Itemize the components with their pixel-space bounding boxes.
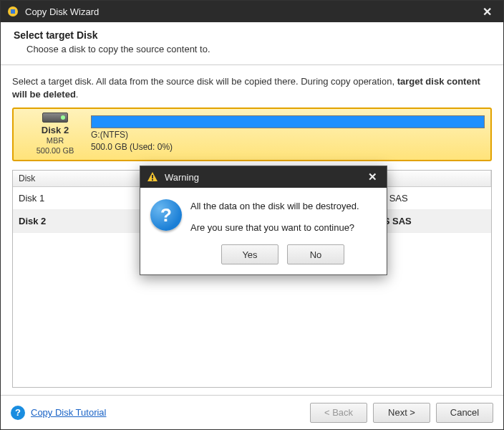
tutorial: ? Copy Disk Tutorial bbox=[11, 406, 304, 420]
warning-dialog: Warning ✕ ? All the data on the disk wil… bbox=[140, 166, 387, 275]
titlebar: Copy Disk Wizard ✕ bbox=[1, 1, 503, 22]
usage-bar bbox=[91, 115, 485, 128]
partition-label: G:(NTFS) bbox=[91, 130, 485, 140]
selected-disk-name: Disk 2 bbox=[42, 125, 69, 135]
svg-rect-1 bbox=[11, 9, 15, 14]
dialog-line1: All the data on the disk will be destroy… bbox=[190, 199, 375, 214]
selected-disk-panel: Disk 2 MBR 500.00 GB G:(NTFS) 500.0 GB (… bbox=[12, 108, 492, 161]
dialog-body: ? All the data on the disk will be destr… bbox=[140, 188, 387, 274]
col-disk[interactable]: Disk bbox=[13, 171, 142, 186]
header-section: Select target Disk Choose a disk to copy… bbox=[1, 22, 503, 65]
dialog-line2: Are you sure that you want to continue? bbox=[190, 221, 375, 235]
dialog-titlebar: Warning ✕ bbox=[140, 166, 387, 188]
usage-fill bbox=[92, 116, 484, 128]
next-button[interactable]: Next > bbox=[373, 403, 430, 423]
dialog-text: All the data on the disk will be destroy… bbox=[190, 199, 375, 264]
instruction-text: Select a target disk. All data from the … bbox=[12, 75, 492, 100]
selected-disk-size: 500.00 GB bbox=[37, 146, 74, 156]
row-disk-name: Disk 2 bbox=[13, 210, 142, 232]
svg-rect-4 bbox=[152, 179, 153, 181]
no-button[interactable]: No bbox=[287, 244, 344, 264]
dialog-title: Warning bbox=[165, 172, 364, 183]
svg-rect-3 bbox=[152, 175, 153, 178]
page-subtitle: Choose a disk to copy the source content… bbox=[26, 44, 490, 54]
selected-disk-info: Disk 2 MBR 500.00 GB bbox=[19, 113, 91, 155]
usage-text: 500.0 GB (Used: 0%) bbox=[91, 142, 485, 152]
dialog-buttons: Yes No bbox=[190, 244, 375, 264]
window-close-button[interactable]: ✕ bbox=[476, 5, 498, 19]
help-icon[interactable]: ? bbox=[11, 406, 25, 420]
back-button[interactable]: < Back bbox=[310, 403, 367, 423]
yes-button[interactable]: Yes bbox=[221, 244, 278, 264]
footer: ? Copy Disk Tutorial < Back Next > Cance… bbox=[1, 395, 503, 429]
disk-drive-icon bbox=[42, 113, 68, 123]
selected-disk-usage: G:(NTFS) 500.0 GB (Used: 0%) bbox=[91, 113, 485, 155]
window-title: Copy Disk Wizard bbox=[25, 6, 476, 17]
dialog-close-button[interactable]: ✕ bbox=[364, 171, 381, 183]
cancel-button[interactable]: Cancel bbox=[436, 403, 493, 423]
warning-icon bbox=[146, 171, 159, 183]
selected-disk-scheme: MBR bbox=[47, 136, 64, 145]
page-title: Select target Disk bbox=[14, 29, 490, 41]
question-icon: ? bbox=[150, 199, 182, 231]
row-disk-name: Disk 1 bbox=[13, 187, 142, 209]
wizard-icon bbox=[6, 5, 19, 18]
tutorial-link[interactable]: Copy Disk Tutorial bbox=[31, 407, 106, 418]
